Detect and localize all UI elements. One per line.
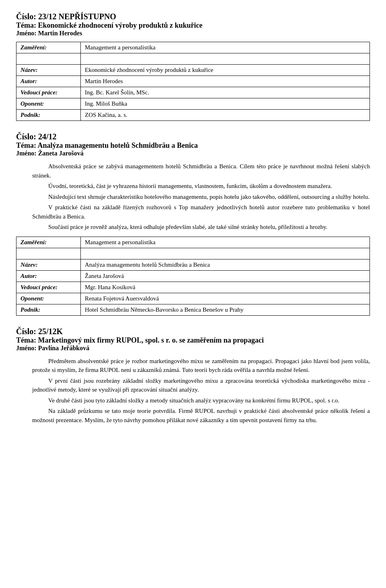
entry-25: Číslo: 25/12K Téma: Marketingový mix fir… bbox=[16, 327, 370, 425]
entry-24-header: Číslo: 24/12 Téma: Analýza managementu h… bbox=[16, 132, 370, 157]
cell-label: Oponent: bbox=[16, 98, 81, 110]
cell-value: Management a personalistika bbox=[81, 237, 370, 248]
table-row: Název: Analýza managementu hotelů Schmid… bbox=[16, 259, 370, 270]
table-row bbox=[16, 53, 370, 65]
entry-25-tema-line: Téma: Marketingový mix firmy RUPOL, spol… bbox=[16, 336, 264, 344]
cell-value: Mgr. Hana Kosíková bbox=[81, 282, 370, 293]
table-row: Podnik: Hotel Schmidbräu Německo-Bavorsk… bbox=[16, 304, 370, 315]
entry-23-tema-line: Téma: Ekonomické zhodnocení výroby produ… bbox=[16, 21, 202, 29]
tema-label: Téma: bbox=[16, 21, 38, 29]
abstract-25-para-2: V první části jsou rozebrány základní sl… bbox=[32, 376, 370, 394]
cell-label: Vedoucí práce: bbox=[16, 282, 81, 293]
cell-value: Analýza managementu hotelů Schmidbräu a … bbox=[81, 259, 370, 270]
entry-23-tema: Ekonomické zhodnocení výroby produktů z … bbox=[38, 21, 202, 29]
cell-label: Zaměření: bbox=[16, 237, 81, 248]
cell-value: Ing. Miloš Buňka bbox=[81, 98, 370, 110]
table-row: Vedoucí práce: Mgr. Hana Kosíková bbox=[16, 282, 370, 293]
entry-24: Číslo: 24/12 Téma: Analýza managementu h… bbox=[16, 132, 370, 316]
table-row: Vedoucí práce: Ing. Bc. Karel Šolín, MSc… bbox=[16, 87, 370, 98]
table-row: Oponent: Renata Fojetová Auersvaldová bbox=[16, 293, 370, 304]
entry-24-abstract: Absolventská práce se zabývá managemente… bbox=[32, 162, 370, 232]
table-row: Autor: Martin Herodes bbox=[16, 76, 370, 87]
cell-value: Žaneta Jarošová bbox=[81, 270, 370, 282]
entry-23-jmeno-line: Jméno: Martin Herodes bbox=[16, 30, 82, 37]
entry-23: Číslo: 23/12 NEPŘÍSTUPNO Téma: Ekonomick… bbox=[16, 12, 370, 121]
cell-value: Martin Herodes bbox=[81, 76, 370, 87]
entry-23-table: Zaměření: Management a personalistika Ná… bbox=[16, 42, 370, 121]
table-row: Podnik: ZOS Kačina, a. s. bbox=[16, 110, 370, 121]
entry-25-jmeno: Pavlína Jeřábková bbox=[38, 345, 90, 351]
entry-24-jmeno: Žaneta Jarošová bbox=[38, 150, 84, 157]
table-row: Oponent: Ing. Miloš Buňka bbox=[16, 98, 370, 110]
tema-label-25: Téma: bbox=[16, 336, 38, 344]
cell-label: Autor: bbox=[16, 76, 81, 87]
entry-24-jmeno-line: Jméno: Žaneta Jarošová bbox=[16, 150, 84, 157]
entry-24-table: Zaměření: Management a personalistika Ná… bbox=[16, 237, 370, 316]
cell-label: Vedoucí práce: bbox=[16, 87, 81, 98]
cell-label: Podnik: bbox=[16, 304, 81, 315]
cell-label bbox=[16, 248, 81, 259]
cell-label: Autor: bbox=[16, 270, 81, 282]
abstract-para-1: Absolventská práce se zabývá managemente… bbox=[32, 162, 370, 180]
table-row bbox=[16, 248, 370, 259]
cell-value bbox=[81, 248, 370, 259]
cell-label bbox=[16, 53, 81, 65]
cell-label: Zaměření: bbox=[16, 42, 81, 53]
abstract-para-4: V praktické části na základě řízených ro… bbox=[32, 203, 370, 221]
table-row: Autor: Žaneta Jarošová bbox=[16, 270, 370, 282]
cell-value bbox=[81, 53, 370, 65]
entry-25-jmeno-line: Jméno: Pavlína Jeřábková bbox=[16, 345, 89, 351]
entry-24-tema: Analýza managementu hotelů Schmidbräu a … bbox=[38, 141, 198, 149]
abstract-25-para-3: Ve druhé části jsou tyto základní složky… bbox=[32, 396, 370, 405]
cell-value: Ekonomické zhodnocení výroby produktů z … bbox=[81, 65, 370, 76]
entry-25-header: Číslo: 25/12K Téma: Marketingový mix fir… bbox=[16, 327, 370, 352]
entry-23-jmeno: Martin Herodes bbox=[38, 30, 82, 37]
jmeno-label-24: Jméno: bbox=[16, 150, 38, 157]
abstract-para-3: Následující text shrnuje charakteristiku… bbox=[32, 192, 370, 202]
abstract-25-para-1: Předmětem absolventské práce je rozbor m… bbox=[32, 357, 370, 375]
jmeno-label-23: Jméno: bbox=[16, 30, 38, 37]
entry-24-tema-line: Téma: Analýza managementu hotelů Schmidb… bbox=[16, 141, 198, 149]
abstract-25-para-4: Na základě průzkumu se tato moje teorie … bbox=[32, 406, 370, 425]
cell-label: Oponent: bbox=[16, 293, 81, 304]
abstract-para-5: Součástí práce je rovněž analýza, která … bbox=[32, 223, 370, 232]
entry-23-cislo: Číslo: 23/12 NEPŘÍSTUPNO bbox=[16, 12, 116, 21]
cell-label: Podnik: bbox=[16, 110, 81, 121]
cell-label: Název: bbox=[16, 65, 81, 76]
table-row: Zaměření: Management a personalistika bbox=[16, 237, 370, 248]
table-row: Zaměření: Management a personalistika bbox=[16, 42, 370, 53]
cell-value: Hotel Schmidbräu Německo-Bavorsko a Beni… bbox=[81, 304, 370, 315]
cell-label: Název: bbox=[16, 259, 81, 270]
entry-25-cislo: Číslo: 25/12K bbox=[16, 327, 63, 336]
cell-value: ZOS Kačina, a. s. bbox=[81, 110, 370, 121]
table-row: Název: Ekonomické zhodnocení výroby prod… bbox=[16, 65, 370, 76]
cell-value: Management a personalistika bbox=[81, 42, 370, 53]
entry-24-cislo: Číslo: 24/12 bbox=[16, 132, 57, 141]
abstract-para-2: Úvodní, teoretická, část je vyhrazena hi… bbox=[32, 182, 370, 191]
jmeno-label-25: Jméno: bbox=[16, 345, 38, 351]
entry-23-header: Číslo: 23/12 NEPŘÍSTUPNO Téma: Ekonomick… bbox=[16, 12, 370, 37]
tema-label-24: Téma: bbox=[16, 141, 38, 149]
cell-value: Renata Fojetová Auersvaldová bbox=[81, 293, 370, 304]
entry-25-abstract: Předmětem absolventské práce je rozbor m… bbox=[32, 357, 370, 425]
entry-25-tema: Marketingový mix firmy RUPOL, spol. s r.… bbox=[38, 336, 263, 344]
cell-value: Ing. Bc. Karel Šolín, MSc. bbox=[81, 87, 370, 98]
